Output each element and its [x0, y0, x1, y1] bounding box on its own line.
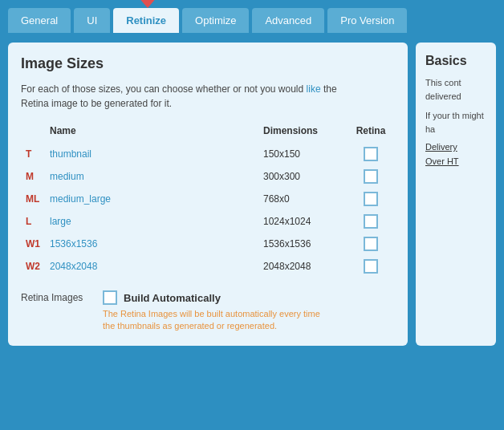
- table-row: L large 1024x1024: [21, 210, 395, 233]
- w1-link[interactable]: 1536x1536: [50, 238, 97, 249]
- abbr-l: L: [21, 210, 45, 233]
- basics-text1: This cont delivered: [425, 76, 486, 103]
- dim-medium: 300x300: [258, 165, 347, 188]
- basics-title: Basics: [425, 54, 486, 68]
- abbr-ml: ML: [21, 188, 45, 210]
- build-right: Build Automatically The Retina Images wi…: [103, 290, 327, 333]
- build-auto-checkbox[interactable]: [103, 290, 117, 305]
- large-link[interactable]: large: [50, 216, 71, 227]
- panel-title: Image Sizes: [21, 55, 395, 72]
- tab-optimize[interactable]: Optimize: [182, 8, 249, 33]
- basics-text2: If your th might ha: [425, 109, 486, 136]
- dim-w2: 2048x2048: [258, 255, 347, 278]
- checkbox-medium-large[interactable]: [364, 192, 378, 206]
- checkbox-large[interactable]: [364, 214, 378, 229]
- retina-medium-large[interactable]: [347, 188, 395, 210]
- abbr-t: T: [21, 143, 45, 165]
- col-header-name: Name: [45, 122, 258, 143]
- image-sizes-panel: Image Sizes For each of those sizes, you…: [8, 43, 408, 346]
- dim-thumbnail: 150x150: [258, 143, 347, 165]
- name-w2: 2048x2048: [45, 255, 258, 278]
- checkbox-w1[interactable]: [364, 237, 378, 251]
- dim-large: 1024x1024: [258, 210, 347, 233]
- over-http-link[interactable]: Over HT: [425, 156, 486, 166]
- medium-link[interactable]: medium: [50, 171, 84, 182]
- retina-large[interactable]: [347, 210, 395, 233]
- abbr-w2: W2: [21, 255, 45, 278]
- build-auto-label: Build Automatically: [124, 292, 221, 304]
- retina-w2[interactable]: [347, 255, 395, 278]
- name-thumbnail: thumbnail: [45, 143, 258, 165]
- sizes-table: Name Dimensions Retina T thumbnail 150x1…: [21, 122, 395, 278]
- thumbnail-link[interactable]: thumbnail: [50, 148, 91, 160]
- abbr-m: M: [21, 165, 45, 188]
- abbr-w1: W1: [21, 233, 45, 255]
- main-content: Image Sizes For each of those sizes, you…: [0, 33, 504, 355]
- col-header-retina: Retina: [347, 122, 395, 143]
- table-row: ML medium_large 768x0: [21, 188, 395, 210]
- tab-bar: General UI Retinize Optimize Advanced Pr…: [0, 0, 504, 33]
- table-row: T thumbnail 150x150: [21, 143, 395, 165]
- checkbox-w2[interactable]: [364, 259, 378, 274]
- table-row: W1 1536x1536 1536x1536: [21, 233, 395, 255]
- table-row: M medium 300x300: [21, 165, 395, 188]
- name-medium: medium: [45, 165, 258, 188]
- retina-thumbnail[interactable]: [347, 143, 395, 165]
- delivery-link[interactable]: Delivery: [425, 142, 486, 152]
- retina-medium[interactable]: [347, 165, 395, 188]
- tab-pro-version[interactable]: Pro Version: [327, 8, 407, 33]
- table-row: W2 2048x2048 2048x2048: [21, 255, 395, 278]
- col-header-dimensions: Dimensions: [258, 122, 347, 143]
- dim-medium-large: 768x0: [258, 188, 347, 210]
- build-auto-row: Build Automatically: [103, 290, 327, 305]
- tab-advanced[interactable]: Advanced: [252, 8, 324, 33]
- medium-large-link[interactable]: medium_large: [50, 193, 111, 205]
- w2-link[interactable]: 2048x2048: [50, 261, 97, 272]
- tab-ui[interactable]: UI: [74, 8, 110, 33]
- name-w1: 1536x1536: [45, 233, 258, 255]
- retina-w1[interactable]: [347, 233, 395, 255]
- tab-general[interactable]: General: [8, 8, 71, 33]
- build-description: The Retina Images will be built automati…: [103, 308, 327, 333]
- tab-retinize[interactable]: Retinize: [113, 8, 179, 33]
- checkbox-medium[interactable]: [364, 169, 378, 184]
- checkbox-thumbnail[interactable]: [364, 147, 378, 161]
- build-section: Retina Images Build Automatically The Re…: [21, 290, 395, 333]
- panel-description: For each of those sizes, you can choose …: [21, 82, 395, 111]
- arrow-indicator: [138, 0, 157, 8]
- name-large: large: [45, 210, 258, 233]
- name-medium-large: medium_large: [45, 188, 258, 210]
- retina-images-label: Retina Images: [21, 290, 93, 303]
- like-link[interactable]: like: [307, 83, 321, 95]
- dim-w1: 1536x1536: [258, 233, 347, 255]
- basics-panel: Basics This cont delivered If your th mi…: [416, 43, 496, 346]
